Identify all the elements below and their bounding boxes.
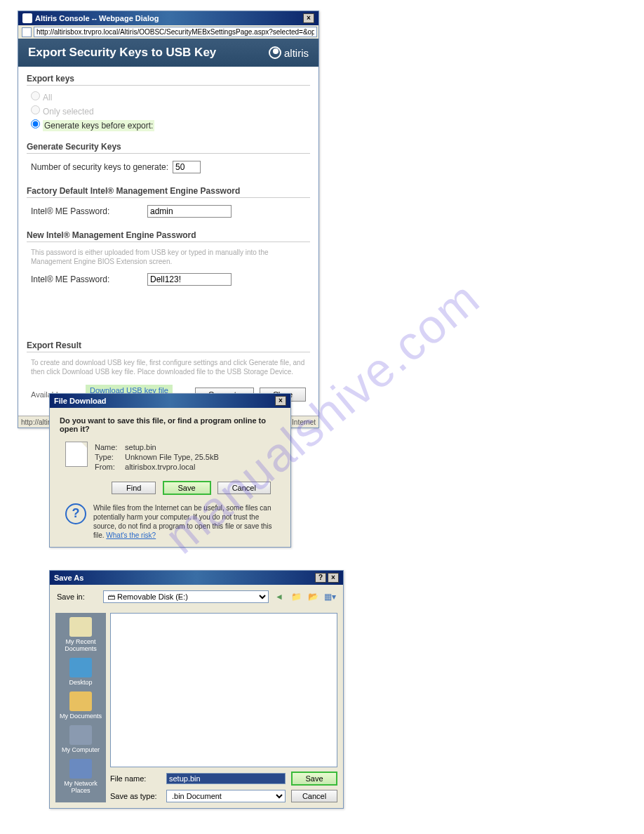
altiris-console-dialog: Altiris Console -- Webpage Dialog × Expo… xyxy=(18,11,319,428)
save-in-row: Save in: 🗃 Removable Disk (E:) ◄ 📁 📂 ▦▾ xyxy=(57,589,336,607)
file-type: Unknown File Type, 25.5kB xyxy=(125,453,219,461)
filename-label: File name: xyxy=(110,774,161,783)
save-button[interactable]: Save xyxy=(163,481,211,495)
place-my-network[interactable]: My Network Places xyxy=(57,759,105,794)
save-as-fields: File name: Save Save as type: .bin Docum… xyxy=(110,767,337,802)
place-desktop[interactable]: Desktop xyxy=(57,658,105,686)
generate-keys-header: Generate Security Keys xyxy=(27,139,310,154)
saveastype-label: Save as type: xyxy=(110,792,161,800)
save-button[interactable]: Save xyxy=(291,772,337,786)
page-title: Export Security Keys to USB Key xyxy=(28,46,269,60)
views-icon[interactable]: ▦▾ xyxy=(323,590,336,603)
factory-password-input[interactable] xyxy=(147,205,232,218)
file-download-question: Do you want to save this file, or find a… xyxy=(60,416,281,433)
ie-icon xyxy=(22,13,32,23)
new-folder-icon[interactable]: 📂 xyxy=(307,590,319,603)
file-download-buttons: Find Save Cancel xyxy=(102,481,281,495)
place-my-documents[interactable]: My Documents xyxy=(57,691,105,720)
file-download-body: Do you want to save this file, or find a… xyxy=(50,408,290,547)
save-in-select[interactable]: 🗃 Removable Disk (E:) xyxy=(103,590,269,603)
file-info: Name: setup.bin Type: Unknown File Type,… xyxy=(95,442,219,472)
close-icon[interactable]: × xyxy=(328,573,339,583)
warning-row: ? While files from the Internet can be u… xyxy=(60,503,281,540)
question-icon: ? xyxy=(65,503,86,524)
file-download-dialog: File Download × Do you want to save this… xyxy=(49,393,291,548)
place-my-computer[interactable]: My Computer xyxy=(57,725,105,753)
num-keys-label: Number of security keys to generate: xyxy=(31,162,168,172)
page-banner: Export Security Keys to USB Key altiris xyxy=(18,39,318,67)
export-result-help: To create and download USB key file, fir… xyxy=(27,357,310,380)
radio-selected-row: Only selected xyxy=(27,104,310,118)
export-keys-header: Export keys xyxy=(27,71,310,86)
file-download-title: File Download xyxy=(54,397,107,405)
cancel-button[interactable]: Cancel xyxy=(217,482,271,494)
radio-all-row: All xyxy=(27,90,310,104)
file-info-row: Name: setup.bin Type: Unknown File Type,… xyxy=(60,442,281,472)
save-as-titlebar[interactable]: Save As ? × xyxy=(50,571,343,585)
export-result-header: Export Result xyxy=(27,338,310,352)
save-as-body: My Recent Documents Desktop My Documents… xyxy=(50,607,343,808)
page-icon xyxy=(22,27,32,37)
name-label: Name: xyxy=(95,443,123,451)
cancel-button[interactable]: Cancel xyxy=(291,790,337,802)
radio-generate-before-export[interactable] xyxy=(31,119,40,128)
save-as-dialog: Save As ? × Save in: 🗃 Removable Disk (E… xyxy=(49,570,344,809)
up-folder-icon[interactable]: 📁 xyxy=(290,590,302,603)
num-keys-row: Number of security keys to generate: xyxy=(27,158,310,176)
place-recent-documents[interactable]: My Recent Documents xyxy=(57,617,105,652)
new-password-help: This password is either uploaded from US… xyxy=(27,246,310,270)
places-bar: My Recent Documents Desktop My Documents… xyxy=(55,613,106,802)
close-icon[interactable]: × xyxy=(275,396,286,406)
factory-password-label: Intel® ME Password: xyxy=(31,206,143,216)
new-password-header: New Intel® Management Engine Password xyxy=(27,227,310,242)
address-bar xyxy=(18,25,318,39)
type-label: Type: xyxy=(95,453,123,461)
factory-password-header: Factory Default Intel® Management Engine… xyxy=(27,183,310,198)
radio-only-selected[interactable] xyxy=(31,105,40,114)
filename-input[interactable] xyxy=(166,773,286,784)
num-keys-input[interactable] xyxy=(173,161,201,173)
warning-text: While files from the Internet can be use… xyxy=(93,503,281,540)
altiris-brand: altiris xyxy=(269,46,309,59)
dialog-content: Export keys All Only selected Generate k… xyxy=(18,67,318,416)
close-icon[interactable]: × xyxy=(303,13,314,23)
new-password-input[interactable] xyxy=(147,273,232,286)
file-list[interactable] xyxy=(110,613,337,767)
back-icon[interactable]: ◄ xyxy=(273,590,286,603)
altiris-logo-icon xyxy=(269,46,281,59)
radio-generate-row: Generate keys before export: xyxy=(27,118,310,132)
url-input[interactable] xyxy=(34,27,317,37)
file-system-area: File name: Save Save as type: .bin Docum… xyxy=(110,613,337,802)
help-icon[interactable]: ? xyxy=(315,573,326,583)
whats-the-risk-link[interactable]: What's the risk? xyxy=(106,531,156,539)
factory-password-row: Intel® ME Password: xyxy=(27,202,310,220)
find-button[interactable]: Find xyxy=(112,482,156,494)
save-as-title: Save As xyxy=(54,574,83,582)
saveastype-select[interactable]: .bin Document xyxy=(166,790,286,802)
file-download-titlebar[interactable]: File Download × xyxy=(50,394,290,408)
altiris-window-title: Altiris Console -- Webpage Dialog xyxy=(35,14,159,22)
brand-text: altiris xyxy=(284,47,309,59)
security-zone: Internet xyxy=(292,418,316,426)
save-in-label: Save in: xyxy=(57,593,99,601)
radio-all[interactable] xyxy=(31,91,40,100)
file-name: setup.bin xyxy=(125,443,156,451)
file-type-icon xyxy=(65,442,88,467)
from-label: From: xyxy=(95,463,123,471)
altiris-titlebar[interactable]: Altiris Console -- Webpage Dialog × xyxy=(18,11,318,25)
file-from: altirisbox.trvpro.local xyxy=(125,463,195,471)
new-password-label: Intel® ME Password: xyxy=(31,274,143,284)
new-password-row: Intel® ME Password: xyxy=(27,270,310,289)
